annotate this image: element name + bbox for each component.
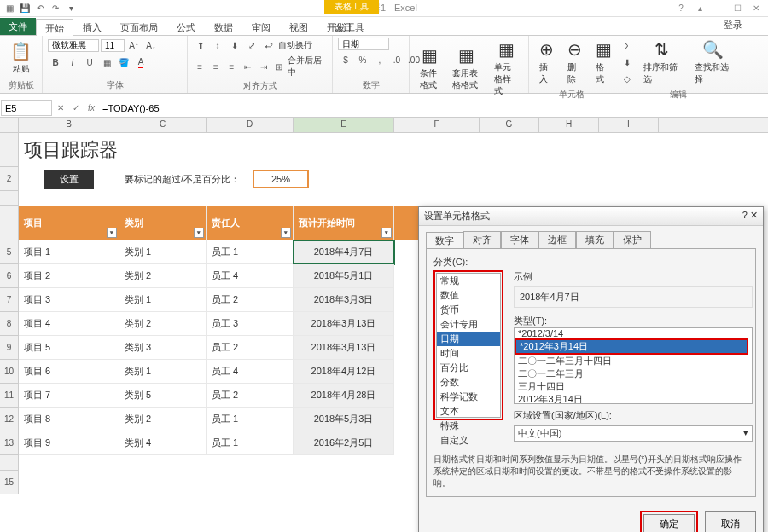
align-middle-icon[interactable]: ↕ bbox=[210, 38, 225, 53]
col-header-b[interactable]: B bbox=[19, 118, 119, 132]
row-header[interactable] bbox=[0, 206, 19, 240]
filter-icon[interactable]: ▾ bbox=[281, 228, 291, 238]
dialog-tab-font[interactable]: 字体 bbox=[501, 231, 538, 248]
find-select-button[interactable]: 🔍查找和选择 bbox=[689, 38, 737, 87]
row-header[interactable]: 6 bbox=[0, 264, 19, 288]
increase-decimal-icon[interactable]: .0 bbox=[389, 52, 404, 67]
indent-decrease-icon[interactable]: ⇤ bbox=[241, 59, 255, 74]
table-header-owner[interactable]: 责任人▾ bbox=[207, 206, 294, 240]
tab-home[interactable]: 开始 bbox=[36, 19, 73, 36]
align-right-icon[interactable]: ≡ bbox=[224, 59, 239, 74]
format-cells-button[interactable]: ▦格式 bbox=[591, 38, 617, 87]
tab-design[interactable]: 设计 bbox=[324, 18, 362, 35]
row-header[interactable]: 2 bbox=[0, 167, 19, 191]
merge-button[interactable]: ⊞ bbox=[272, 59, 287, 74]
close-icon[interactable]: ✕ bbox=[749, 3, 763, 14]
bold-button[interactable]: B bbox=[48, 55, 63, 70]
row-header[interactable]: 15 bbox=[0, 471, 19, 494]
insert-cells-button[interactable]: ⊕插入 bbox=[534, 38, 559, 87]
maximize-icon[interactable]: ☐ bbox=[730, 3, 744, 14]
tab-data[interactable]: 数据 bbox=[205, 18, 242, 35]
settings-button[interactable]: 设置 bbox=[44, 170, 94, 189]
cancel-button[interactable]: 取消 bbox=[705, 511, 756, 532]
col-header-c[interactable]: C bbox=[119, 118, 207, 132]
select-all-corner[interactable] bbox=[0, 118, 19, 132]
row-header[interactable] bbox=[0, 191, 19, 206]
delete-cells-button[interactable]: ⊖删除 bbox=[562, 38, 587, 87]
font-color-button[interactable]: A bbox=[133, 55, 148, 70]
dialog-tab-fill[interactable]: 填充 bbox=[576, 231, 614, 248]
save-icon[interactable]: 💾 bbox=[19, 3, 31, 14]
dialog-close-icon[interactable]: ✕ bbox=[750, 210, 758, 223]
underline-button[interactable]: U bbox=[82, 55, 97, 70]
row-header[interactable] bbox=[0, 133, 19, 167]
format-table-button[interactable]: ▦套用表格格式 bbox=[447, 43, 486, 93]
align-bottom-icon[interactable]: ⬇ bbox=[227, 38, 242, 53]
conditional-format-button[interactable]: ▦条件格式 bbox=[415, 43, 444, 93]
ribbon-collapse-icon[interactable]: ▴ bbox=[693, 3, 707, 14]
fill-color-button[interactable]: 🪣 bbox=[116, 55, 131, 70]
row-header[interactable]: 5 bbox=[0, 240, 19, 264]
col-header-h[interactable]: H bbox=[539, 118, 599, 132]
tab-formulas[interactable]: 公式 bbox=[167, 18, 205, 35]
table-header-project[interactable]: 项目▾ bbox=[19, 206, 119, 240]
table-header-category[interactable]: 类别▾ bbox=[119, 206, 207, 240]
cell-styles-button[interactable]: ▦单元格样式 bbox=[489, 38, 523, 99]
dialog-tab-border[interactable]: 边框 bbox=[538, 231, 576, 248]
tab-review[interactable]: 审阅 bbox=[242, 18, 280, 35]
border-button[interactable]: ▦ bbox=[99, 55, 114, 70]
paste-button[interactable]: 📋粘贴 bbox=[5, 39, 37, 77]
fill-icon[interactable]: ⬇ bbox=[620, 55, 635, 70]
sheet-title[interactable]: 项目跟踪器 bbox=[19, 133, 394, 167]
selected-cell[interactable]: 2018年4月7日 bbox=[294, 240, 394, 264]
name-box[interactable] bbox=[1, 100, 52, 116]
signin-link[interactable]: 登录 bbox=[724, 19, 742, 32]
category-list[interactable]: 常规 数值 货币 会计专用 日期 时间 百分比 分数 科学记数 文本 特殊 自定… bbox=[436, 273, 501, 418]
file-tab[interactable]: 文件 bbox=[0, 18, 36, 35]
type-selected[interactable]: *2012年3月14日 bbox=[516, 340, 747, 353]
currency-icon[interactable]: $ bbox=[338, 52, 353, 67]
decrease-font-icon[interactable]: A↓ bbox=[143, 38, 159, 53]
increase-font-icon[interactable]: A↑ bbox=[126, 38, 142, 53]
dialog-tab-number[interactable]: 数字 bbox=[426, 232, 463, 249]
enter-formula-icon[interactable]: ✓ bbox=[68, 103, 84, 113]
font-name-combo[interactable] bbox=[48, 39, 99, 52]
filter-icon[interactable]: ▾ bbox=[381, 228, 392, 238]
autosum-icon[interactable]: Σ bbox=[620, 38, 635, 54]
align-center-icon[interactable]: ≡ bbox=[209, 59, 224, 74]
italic-button[interactable]: I bbox=[65, 55, 80, 70]
indent-increase-icon[interactable]: ⇥ bbox=[256, 59, 271, 74]
qat-more-icon[interactable]: ▾ bbox=[65, 3, 77, 14]
type-list[interactable]: *2012/3/14 *2012年3月14日 二〇一二年三月十四日 二〇一二年三… bbox=[514, 327, 753, 404]
category-date[interactable]: 日期 bbox=[437, 332, 500, 346]
help-icon[interactable]: ? bbox=[674, 3, 688, 14]
percent-value[interactable]: 25% bbox=[253, 170, 309, 188]
table-header-startdate[interactable]: 预计开始时间▾ bbox=[294, 206, 394, 240]
tab-view[interactable]: 视图 bbox=[280, 18, 317, 35]
filter-icon[interactable]: ▾ bbox=[194, 228, 204, 238]
row-header[interactable]: 8 bbox=[0, 312, 19, 336]
tab-pagelayout[interactable]: 页面布局 bbox=[111, 18, 167, 35]
col-header-d[interactable]: D bbox=[207, 118, 294, 132]
number-format-combo[interactable] bbox=[338, 38, 389, 50]
filter-icon[interactable]: ▾ bbox=[107, 228, 117, 238]
locale-combo[interactable]: 中文(中国)▾ bbox=[514, 425, 753, 442]
orientation-icon[interactable]: ⤢ bbox=[244, 38, 259, 53]
dialog-tab-protection[interactable]: 保护 bbox=[614, 231, 651, 248]
row-header[interactable]: 11 bbox=[0, 384, 19, 408]
dialog-titlebar[interactable]: 设置单元格格式 ? ✕ bbox=[419, 207, 763, 226]
formula-input[interactable] bbox=[99, 101, 768, 115]
col-header-g[interactable]: G bbox=[480, 118, 539, 132]
ok-button[interactable]: 确定 bbox=[643, 514, 695, 532]
comma-icon[interactable]: , bbox=[372, 52, 387, 67]
fx-icon[interactable]: fx bbox=[84, 103, 99, 113]
row-header[interactable]: 7 bbox=[0, 288, 19, 312]
align-top-icon[interactable]: ⬆ bbox=[193, 38, 208, 53]
wrap-text-button[interactable]: ⮐ bbox=[261, 38, 276, 53]
row-header[interactable]: 9 bbox=[0, 336, 19, 360]
minimize-icon[interactable]: — bbox=[712, 3, 725, 14]
align-left-icon[interactable]: ≡ bbox=[193, 59, 207, 74]
dialog-help-icon[interactable]: ? bbox=[742, 210, 748, 223]
row-header[interactable] bbox=[0, 455, 19, 471]
clear-icon[interactable]: ◇ bbox=[620, 71, 635, 86]
